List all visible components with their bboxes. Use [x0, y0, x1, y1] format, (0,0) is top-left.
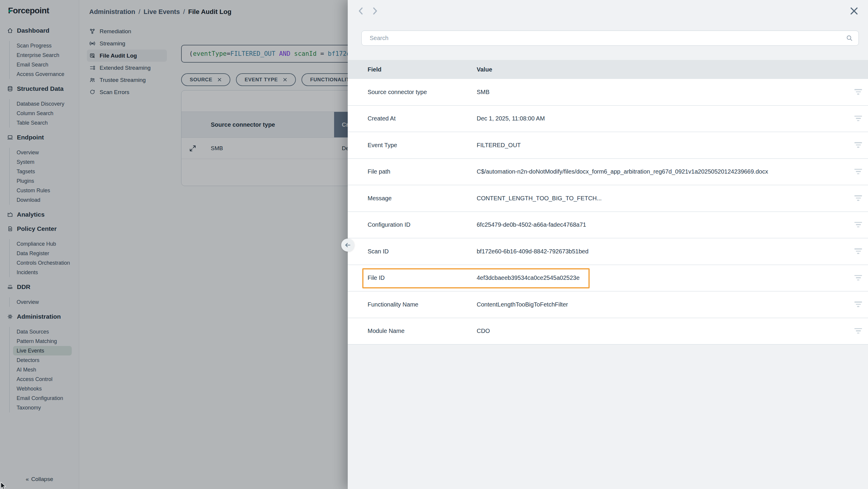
filter-icon[interactable] [855, 275, 862, 281]
field-value-table: Field Value Source connector type SMB Cr… [348, 60, 868, 345]
row-file-path: File path C$/automation-n2n-doNotModify/… [348, 159, 868, 185]
filter-icon[interactable] [855, 116, 862, 122]
row-file-id: File ID 4ef3dcbaeeb39534ca0ce2545a02523e [348, 265, 868, 292]
arrow-left-icon [344, 242, 351, 248]
row-event-type: Event Type FILTERED_OUT [348, 132, 868, 159]
row-module-name: Module Name CDO [348, 318, 868, 345]
field-value-header: Field Value [348, 60, 868, 79]
filter-icon[interactable] [855, 248, 862, 254]
row-message: Message CONTENT_LENGTH_TOO_BIG_TO_FETCH.… [348, 185, 868, 212]
screen: Forcepoint Dashboard Scan Progress Enter… [0, 0, 868, 489]
field-column-header: Field [348, 66, 477, 73]
row-source-connector-type: Source connector type SMB [348, 79, 868, 106]
mouse-cursor [0, 482, 8, 489]
row-configuration-id: Configuration ID 6fc25479-de0b-4502-a66a… [348, 212, 868, 238]
filter-icon[interactable] [855, 301, 862, 308]
event-detail-drawer: Field Value Source connector type SMB Cr… [348, 0, 868, 489]
modal-dim-overlay [0, 0, 348, 489]
filter-icon[interactable] [855, 328, 862, 334]
close-drawer-icon[interactable] [849, 6, 859, 16]
drawer-search [361, 31, 859, 46]
row-created-at: Created At Dec 1, 2025, 11:08:00 AM [348, 106, 868, 132]
filter-icon[interactable] [855, 222, 862, 228]
filter-icon[interactable] [855, 169, 862, 175]
filter-icon[interactable] [855, 89, 862, 95]
value-column-header: Value [477, 66, 868, 73]
search-icon [846, 35, 853, 41]
filter-icon[interactable] [855, 195, 862, 201]
next-event-icon[interactable] [370, 6, 379, 16]
search-input[interactable] [361, 31, 859, 46]
filter-icon[interactable] [855, 142, 862, 148]
row-functionality-name: Functionality Name ContentLengthTooBigTo… [348, 291, 868, 318]
previous-event-icon[interactable] [356, 6, 366, 16]
row-scan-id: Scan ID bf172e60-6b16-409d-8842-792673b5… [348, 238, 868, 265]
drawer-collapse-back-button[interactable] [341, 238, 354, 252]
